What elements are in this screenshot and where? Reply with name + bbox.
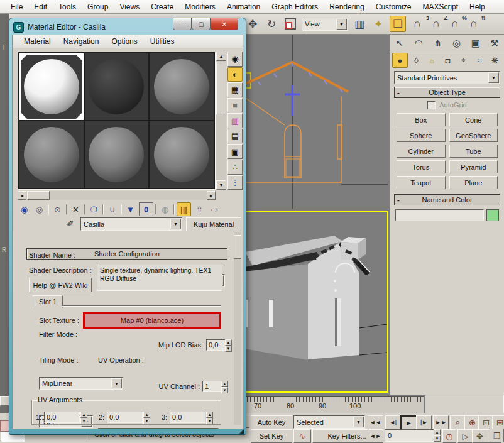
tab-utilities-icon[interactable]: ⚒ <box>485 35 504 52</box>
snaps-toggle-icon[interactable]: ❏ <box>390 16 406 32</box>
viewport-perspective-active[interactable] <box>244 211 388 393</box>
material-id-channel-icon[interactable]: 0 <box>139 202 153 216</box>
autogrid-checkbox[interactable] <box>427 101 436 109</box>
material-map-navigator-icon[interactable]: ⋮ <box>227 175 243 190</box>
menu-create[interactable]: Create <box>145 3 179 11</box>
scrollbar-thumb[interactable] <box>216 62 226 114</box>
chevron-down-icon[interactable]: ▼ <box>111 378 122 388</box>
slot1-tab[interactable]: Slot 1 <box>33 295 63 308</box>
geosphere-button[interactable]: GeoSphere <box>449 129 498 142</box>
select-scale-icon[interactable] <box>283 16 298 31</box>
auto-key-button[interactable]: Auto Key <box>251 415 292 429</box>
make-unique-icon[interactable]: ∪ <box>106 203 119 216</box>
menu-views[interactable]: Views <box>114 3 145 11</box>
uv-arg3-spinner[interactable]: ▲▼ <box>206 412 213 423</box>
go-to-parent-icon[interactable]: ⇧ <box>193 203 206 216</box>
go-to-end-button[interactable]: ►► <box>433 415 449 429</box>
menu-file[interactable]: File <box>5 3 28 11</box>
sphere-button[interactable]: Sphere <box>397 129 446 142</box>
box-button[interactable]: Box <box>397 113 446 126</box>
material-editor-window[interactable]: G Material Editor - Casilla — ▢ ✕ Materi… <box>9 18 246 435</box>
chevron-down-icon[interactable]: ▼ <box>353 417 364 427</box>
uv-arg3-field[interactable]: 0,0 <box>170 412 205 423</box>
uv-channel-spinner[interactable]: ▲▼ <box>221 381 228 392</box>
dock-collapse-button[interactable]: < <box>0 396 9 406</box>
object-type-rollout-header[interactable]: - Object Type <box>394 87 500 98</box>
uv-operation-dropdown[interactable]: UV_OP_COPY ▼ <box>98 428 219 429</box>
uv-arg2-field[interactable]: 0,0 <box>107 412 143 423</box>
make-preview-icon[interactable]: ▤ <box>227 129 243 144</box>
reset-map-icon[interactable]: ✕ <box>69 203 82 216</box>
background-icon[interactable]: ▦ <box>227 82 243 97</box>
zoom-extents-all-icon[interactable]: ⊞ <box>492 415 504 429</box>
show-end-result-icon[interactable]: ||| <box>177 202 191 216</box>
current-frame-field[interactable]: 0 <box>385 429 436 442</box>
pick-material-eyedropper-icon[interactable]: ✐ <box>64 217 77 230</box>
me-menu-material[interactable]: Material <box>18 37 57 46</box>
select-move-icon[interactable]: ✥ <box>245 16 260 31</box>
params-scrollbar-thumb[interactable] <box>234 235 241 259</box>
tab-motion-icon[interactable]: ◎ <box>447 35 466 52</box>
cylinder-button[interactable]: Cylinder <box>397 145 446 158</box>
mip-lod-bias-field[interactable]: 0,0 <box>206 339 226 351</box>
minimize-button[interactable]: — <box>173 18 192 30</box>
tube-button[interactable]: Tube <box>449 145 498 158</box>
slots-vertical-scrollbar[interactable]: ▲ ▼ <box>216 52 226 190</box>
key-curve-icon[interactable]: ∿ <box>293 429 311 443</box>
chevron-down-icon[interactable]: ▼ <box>170 219 181 229</box>
put-material-to-scene-icon[interactable]: ◎ <box>33 203 46 216</box>
maximize-button[interactable]: ▢ <box>192 18 211 30</box>
get-material-icon[interactable]: ◉ <box>18 203 31 216</box>
category-spacewarps-icon[interactable]: ≈ <box>472 53 486 67</box>
me-menu-navigation[interactable]: Navigation <box>57 37 106 46</box>
chevron-down-icon[interactable]: ▼ <box>488 72 499 83</box>
material-name-dropdown[interactable]: Casilla ▼ <box>80 217 182 231</box>
scroll-right-icon[interactable]: ► <box>207 191 216 200</box>
use-pivot-center-icon[interactable]: ▥ <box>352 16 367 31</box>
sample-type-icon[interactable]: ◉ <box>227 52 243 67</box>
menu-graph-editors[interactable]: Graph Editors <box>266 3 324 11</box>
material-editor-titlebar[interactable]: G Material Editor - Casilla <box>13 21 106 33</box>
filter-mode-dropdown[interactable]: MipLinear ▼ <box>39 377 123 390</box>
params-scrollbar[interactable] <box>234 232 241 425</box>
snap-toggle-3d-icon[interactable]: ∩3 <box>410 16 425 31</box>
put-to-library-icon[interactable]: ▼ <box>124 203 137 216</box>
select-rotate-icon[interactable]: ↻ <box>264 16 279 31</box>
uv-arg2-spinner[interactable]: ▲▼ <box>143 412 150 423</box>
close-icon[interactable]: ✕ <box>211 18 238 30</box>
selection-set-dropdown[interactable]: Selected ▼ <box>293 415 365 429</box>
plane-button[interactable]: Plane <box>449 176 498 189</box>
category-helpers-icon[interactable]: ⌖ <box>456 53 471 67</box>
spinner-snap-icon[interactable]: ∩⇅ <box>466 16 481 31</box>
sample-slot-4[interactable] <box>19 121 84 188</box>
tab-display-icon[interactable]: ▣ <box>466 35 485 52</box>
mip-lod-bias-spinner[interactable]: ▲▼ <box>225 339 232 351</box>
select-by-material-icon[interactable]: ∴ <box>227 160 243 175</box>
teapot-button[interactable]: Teapot <box>397 176 446 189</box>
scrollbar-thumb[interactable] <box>27 191 50 200</box>
frame-spinner[interactable]: ▲▼ <box>434 429 441 442</box>
chevron-down-icon[interactable]: ▼ <box>336 19 347 30</box>
key-mode-toggle[interactable]: ◄► <box>368 429 383 443</box>
category-lights-icon[interactable]: ☼ <box>425 53 439 67</box>
help-fw2-wiki-button[interactable]: Help @ FW2 Wiki <box>29 278 92 292</box>
angle-snap-icon[interactable]: ∩∠ <box>429 16 444 31</box>
me-menu-utilities[interactable]: Utilities <box>144 37 181 46</box>
menu-rendering[interactable]: Rendering <box>324 3 370 11</box>
name-color-rollout-header[interactable]: - Name and Color <box>394 194 500 205</box>
scroll-left-icon[interactable]: ◄ <box>18 191 26 200</box>
tab-create-icon[interactable]: ↖ <box>390 35 409 52</box>
show-map-in-viewport-icon[interactable]: ◍ <box>158 203 172 216</box>
reference-coordinate-dropdown[interactable]: View ▼ <box>302 18 348 31</box>
sample-slot-5[interactable] <box>85 121 149 188</box>
assign-material-to-selection-icon[interactable]: ⊙ <box>51 203 64 216</box>
timeline-ruler[interactable]: 70 80 90 100 <box>244 396 424 413</box>
me-menu-options[interactable]: Options <box>105 37 143 46</box>
object-color-swatch[interactable] <box>486 209 499 221</box>
play-button[interactable]: ► <box>400 415 417 430</box>
menu-edit[interactable]: Edit <box>28 3 53 11</box>
maximize-viewport-toggle-icon[interactable]: ❒ <box>490 429 504 442</box>
backlight-icon[interactable]: ◐ <box>227 67 243 82</box>
scroll-down-icon[interactable]: ▼ <box>216 180 226 190</box>
field-of-view-icon[interactable]: ▷ <box>457 429 473 443</box>
